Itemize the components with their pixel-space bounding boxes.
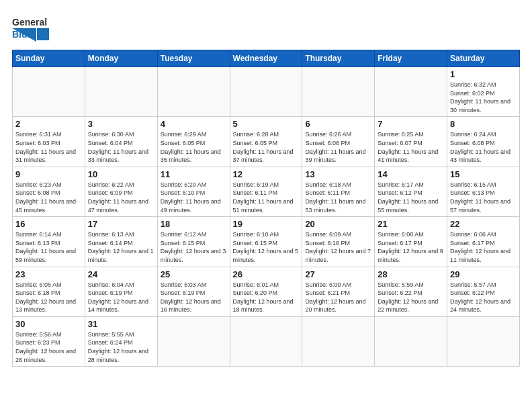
day-number: 20 — [305, 219, 371, 229]
day-number: 8 — [450, 119, 517, 129]
day-number: 19 — [233, 219, 300, 229]
calendar-body: 1Sunrise: 6:32 AMSunset: 6:02 PMDaylight… — [13, 67, 520, 367]
day-info: Sunrise: 6:30 AMSunset: 6:04 PMDaylight:… — [88, 130, 154, 164]
calendar-day-cell: 3Sunrise: 6:30 AMSunset: 6:04 PMDaylight… — [85, 117, 157, 167]
calendar-day-cell: 22Sunrise: 6:06 AMSunset: 6:17 PMDayligh… — [447, 217, 520, 267]
calendar-day-cell: 15Sunrise: 6:15 AMSunset: 6:13 PMDayligh… — [447, 167, 520, 216]
day-info: Sunrise: 6:06 AMSunset: 6:17 PMDaylight:… — [450, 230, 517, 264]
day-number: 2 — [15, 119, 82, 129]
day-number: 10 — [88, 169, 154, 179]
day-number: 3 — [88, 119, 154, 129]
day-info: Sunrise: 6:17 AMSunset: 6:12 PMDaylight:… — [378, 181, 444, 214]
calendar-day-cell: 26Sunrise: 6:01 AMSunset: 6:20 PMDayligh… — [230, 267, 302, 316]
calendar-day-cell: 29Sunrise: 5:57 AMSunset: 6:22 PMDayligh… — [447, 267, 520, 316]
calendar-day-cell: 2Sunrise: 6:31 AMSunset: 6:03 PMDaylight… — [13, 117, 85, 167]
day-number: 9 — [15, 169, 82, 179]
calendar-day-cell: 20Sunrise: 6:09 AMSunset: 6:16 PMDayligh… — [302, 217, 375, 267]
calendar-day-cell — [230, 316, 302, 366]
day-info: Sunrise: 5:59 AMSunset: 6:22 PMDaylight:… — [378, 281, 444, 314]
calendar-day-cell: 16Sunrise: 6:14 AMSunset: 6:13 PMDayligh… — [13, 217, 85, 267]
calendar-day-cell: 23Sunrise: 6:05 AMSunset: 6:18 PMDayligh… — [13, 267, 85, 316]
day-info: Sunrise: 6:25 AMSunset: 6:07 PMDaylight:… — [378, 130, 444, 164]
calendar-day-cell — [13, 67, 85, 117]
calendar-day-cell: 19Sunrise: 6:10 AMSunset: 6:15 PMDayligh… — [230, 217, 302, 267]
weekday-header: Saturday — [447, 50, 520, 67]
day-info: Sunrise: 6:28 AMSunset: 6:05 PMDaylight:… — [233, 130, 300, 164]
weekday-header: Friday — [375, 50, 447, 67]
day-number: 24 — [88, 269, 154, 279]
day-info: Sunrise: 6:08 AMSunset: 6:17 PMDaylight:… — [378, 230, 444, 264]
day-number: 25 — [161, 269, 227, 279]
day-info: Sunrise: 6:00 AMSunset: 6:21 PMDaylight:… — [305, 281, 371, 314]
weekday-header: Thursday — [302, 50, 375, 67]
day-info: Sunrise: 6:20 AMSunset: 6:10 PMDaylight:… — [161, 181, 227, 214]
calendar-day-cell — [157, 316, 230, 366]
day-number: 31 — [88, 319, 154, 329]
day-number: 12 — [233, 169, 300, 179]
calendar-day-cell: 1Sunrise: 6:32 AMSunset: 6:02 PMDaylight… — [447, 67, 520, 117]
calendar-table: SundayMondayTuesdayWednesdayThursdayFrid… — [12, 50, 520, 367]
logo: General Blue — [12, 12, 66, 44]
day-info: Sunrise: 5:56 AMSunset: 6:23 PMDaylight:… — [15, 330, 82, 364]
day-number: 11 — [161, 169, 227, 179]
calendar-header: SundayMondayTuesdayWednesdayThursdayFrid… — [13, 50, 520, 67]
day-number: 26 — [233, 269, 300, 279]
day-info: Sunrise: 6:31 AMSunset: 6:03 PMDaylight:… — [15, 130, 82, 164]
day-info: Sunrise: 6:05 AMSunset: 6:18 PMDaylight:… — [15, 281, 82, 314]
calendar-day-cell: 13Sunrise: 6:18 AMSunset: 6:11 PMDayligh… — [302, 167, 375, 216]
calendar-day-cell: 25Sunrise: 6:03 AMSunset: 6:19 PMDayligh… — [157, 267, 230, 316]
day-info: Sunrise: 6:12 AMSunset: 6:15 PMDaylight:… — [161, 230, 227, 264]
day-number: 7 — [378, 119, 444, 129]
calendar-day-cell: 8Sunrise: 6:24 AMSunset: 6:08 PMDaylight… — [447, 117, 520, 167]
calendar-day-cell: 4Sunrise: 6:29 AMSunset: 6:05 PMDaylight… — [157, 117, 230, 167]
day-info: Sunrise: 6:22 AMSunset: 6:09 PMDaylight:… — [88, 181, 154, 214]
calendar-day-cell: 7Sunrise: 6:25 AMSunset: 6:07 PMDaylight… — [375, 117, 447, 167]
day-number: 28 — [378, 269, 444, 279]
day-info: Sunrise: 6:29 AMSunset: 6:05 PMDaylight:… — [161, 130, 227, 164]
day-info: Sunrise: 6:13 AMSunset: 6:14 PMDaylight:… — [88, 230, 154, 264]
svg-text:General: General — [12, 17, 47, 28]
day-info: Sunrise: 6:03 AMSunset: 6:19 PMDaylight:… — [161, 281, 227, 314]
day-number: 21 — [378, 219, 444, 229]
header: General Blue — [12, 12, 520, 44]
day-number: 4 — [161, 119, 227, 129]
calendar-day-cell — [157, 67, 230, 117]
calendar-day-cell: 9Sunrise: 6:23 AMSunset: 6:08 PMDaylight… — [13, 167, 85, 216]
weekday-header: Wednesday — [230, 50, 302, 67]
calendar-day-cell: 24Sunrise: 6:04 AMSunset: 6:19 PMDayligh… — [85, 267, 157, 316]
calendar-day-cell: 21Sunrise: 6:08 AMSunset: 6:17 PMDayligh… — [375, 217, 447, 267]
day-info: Sunrise: 6:18 AMSunset: 6:11 PMDaylight:… — [305, 181, 371, 214]
calendar-day-cell: 14Sunrise: 6:17 AMSunset: 6:12 PMDayligh… — [375, 167, 447, 216]
calendar-day-cell: 5Sunrise: 6:28 AMSunset: 6:05 PMDaylight… — [230, 117, 302, 167]
calendar-day-cell — [375, 316, 447, 366]
calendar-day-cell — [302, 316, 375, 366]
day-number: 29 — [450, 269, 517, 279]
day-number: 22 — [450, 219, 517, 229]
weekday-header: Tuesday — [157, 50, 230, 67]
day-info: Sunrise: 6:26 AMSunset: 6:06 PMDaylight:… — [305, 130, 371, 164]
calendar-week-row: 1Sunrise: 6:32 AMSunset: 6:02 PMDaylight… — [13, 67, 520, 117]
day-info: Sunrise: 5:57 AMSunset: 6:22 PMDaylight:… — [450, 281, 517, 314]
day-number: 16 — [15, 219, 82, 229]
calendar-day-cell: 28Sunrise: 5:59 AMSunset: 6:22 PMDayligh… — [375, 267, 447, 316]
calendar-day-cell — [375, 67, 447, 117]
day-number: 1 — [450, 69, 517, 79]
calendar-day-cell: 11Sunrise: 6:20 AMSunset: 6:10 PMDayligh… — [157, 167, 230, 216]
svg-text:Blue: Blue — [12, 29, 33, 40]
weekday-header: Monday — [85, 50, 157, 67]
day-number: 17 — [88, 219, 154, 229]
day-number: 27 — [305, 269, 371, 279]
weekday-row: SundayMondayTuesdayWednesdayThursdayFrid… — [13, 50, 520, 67]
day-info: Sunrise: 5:55 AMSunset: 6:24 PMDaylight:… — [88, 330, 154, 364]
calendar-day-cell: 30Sunrise: 5:56 AMSunset: 6:23 PMDayligh… — [13, 316, 85, 366]
logo-svg: General Blue — [12, 12, 66, 44]
day-number: 23 — [15, 269, 82, 279]
day-info: Sunrise: 6:32 AMSunset: 6:02 PMDaylight:… — [450, 81, 517, 114]
day-info: Sunrise: 6:19 AMSunset: 6:11 PMDaylight:… — [233, 181, 300, 214]
day-info: Sunrise: 6:01 AMSunset: 6:20 PMDaylight:… — [233, 281, 300, 314]
day-info: Sunrise: 6:14 AMSunset: 6:13 PMDaylight:… — [15, 230, 82, 264]
calendar-week-row: 9Sunrise: 6:23 AMSunset: 6:08 PMDaylight… — [13, 167, 520, 216]
day-number: 15 — [450, 169, 517, 179]
calendar-day-cell: 6Sunrise: 6:26 AMSunset: 6:06 PMDaylight… — [302, 117, 375, 167]
calendar-day-cell: 18Sunrise: 6:12 AMSunset: 6:15 PMDayligh… — [157, 217, 230, 267]
